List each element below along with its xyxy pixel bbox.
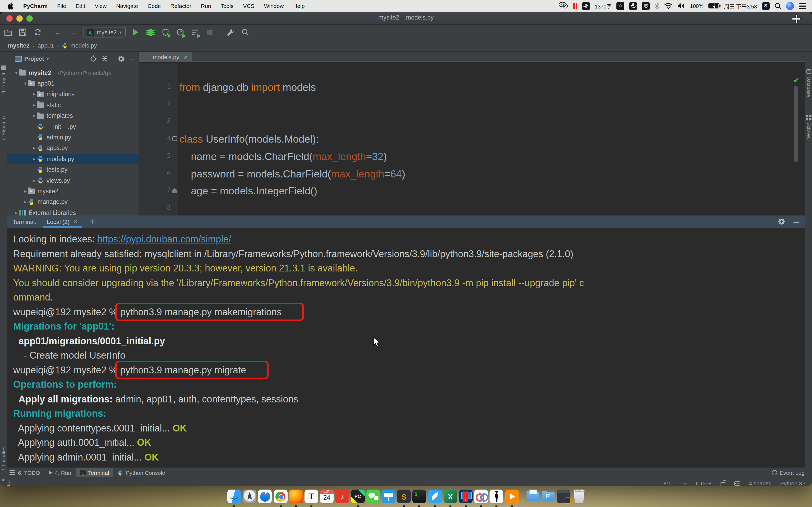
dock-icon-orangetv[interactable] (505, 490, 519, 503)
siri-icon[interactable] (786, 2, 794, 10)
title-bar[interactable]: mysite2 – models.py (0, 12, 812, 25)
dock-icon-calendar[interactable]: 11月24 (320, 490, 334, 503)
dock-icon-safari[interactable] (258, 490, 272, 503)
toolwindow-button-sciview[interactable]: SciView (806, 122, 811, 139)
tree-item-admin-py[interactable]: admin.py (7, 132, 139, 143)
sync-icon[interactable] (33, 27, 42, 37)
dock-icon-chrome[interactable] (273, 490, 287, 503)
database-toolwindow-icon[interactable] (806, 69, 811, 74)
collapse-all-icon[interactable] (101, 55, 108, 62)
recording-indicator-icon[interactable] (573, 3, 577, 9)
toolwindow-button-terminal[interactable]: >_Terminal (75, 468, 113, 477)
bird-app-icon[interactable] (582, 2, 590, 10)
breadcrumb-item-models.py[interactable]: models.py (62, 42, 97, 48)
minimize-panel-icon[interactable]: — (794, 218, 799, 225)
menu-window[interactable]: Window (259, 0, 289, 12)
tree-item-mysite2[interactable]: ▾mysite2~/PycharmProjects/gx (7, 67, 139, 78)
hide-panel-icon[interactable]: — (130, 55, 135, 62)
tab-close-icon[interactable]: ✕ (184, 54, 188, 60)
menu-help[interactable]: Help (288, 0, 309, 12)
tree-item--init-py[interactable]: __init__.py (7, 121, 139, 132)
terminal-tab-local[interactable]: Local (2) ✕ (45, 216, 80, 228)
dock-icon-excel[interactable]: X (444, 490, 457, 503)
tree-item-templates[interactable]: ▸templates (7, 110, 139, 121)
menu-refactor[interactable]: Refactor (166, 0, 196, 12)
tree-chevron-icon[interactable]: ▸ (23, 188, 28, 194)
menu-clock[interactable]: 周三 下午3:53 (724, 2, 757, 10)
tree-item-apps-py[interactable]: ▸apps.py (7, 143, 139, 154)
tree-item-app01[interactable]: ▾app01 (7, 78, 139, 89)
tree-chevron-icon[interactable]: ▾ (23, 81, 28, 86)
menu-pycharm[interactable]: PyCharm (18, 0, 52, 12)
volume-icon[interactable] (677, 3, 685, 9)
terminal-link[interactable]: https://pypi.douban.com/simple/ (97, 234, 231, 244)
save-all-icon[interactable] (18, 27, 28, 37)
dock-icon-wechat[interactable] (366, 490, 380, 503)
run-button[interactable] (131, 27, 141, 37)
menu-run[interactable]: Run (196, 0, 216, 12)
tree-chevron-icon[interactable]: ▾ (14, 70, 19, 75)
menu-view[interactable]: View (90, 0, 111, 12)
dock-icon-launchpad[interactable] (243, 490, 256, 503)
dock-icon-trash[interactable] (572, 490, 586, 503)
stop-button[interactable] (205, 27, 215, 37)
wifi-icon[interactable] (664, 3, 672, 9)
dock-icon-pycharm[interactable]: PC (351, 490, 364, 503)
readonly-lock-icon[interactable] (720, 482, 725, 486)
tree-item-static[interactable]: ▸static (7, 100, 139, 110)
dock-icon-keynote[interactable] (382, 490, 395, 503)
plus-icon[interactable] (793, 15, 800, 23)
dock-icon-dingtalk[interactable] (428, 490, 442, 503)
toolwindow-button-project[interactable]: 1: Project (1, 73, 6, 93)
dock-icon-sublime[interactable]: S (397, 490, 411, 503)
open-file-icon[interactable] (3, 27, 13, 37)
back-icon[interactable]: ← (53, 27, 63, 37)
breadcrumb-item-mysite2[interactable]: mysite2 (8, 42, 30, 48)
tree-chevron-icon[interactable]: ▸ (32, 156, 37, 161)
event-log-button[interactable]: Event Log (771, 469, 805, 475)
forward-icon[interactable]: → (68, 27, 78, 37)
locate-file-icon[interactable] (90, 55, 97, 62)
file-encoding[interactable]: UTF-8 (696, 480, 712, 486)
indent-setting[interactable]: 4 spaces (749, 480, 771, 486)
toolwindow-button-python-console[interactable]: Python Console (113, 468, 169, 477)
dock-icon-firefox[interactable] (289, 490, 303, 503)
apple-menu-icon[interactable] (7, 2, 14, 10)
dock-icon-folderwin[interactable] (541, 490, 555, 503)
dock-icon-tieapp[interactable] (490, 490, 504, 503)
project-toolwindow-icon[interactable] (1, 65, 6, 70)
inspections-ok-icon[interactable]: ✔ (793, 76, 799, 84)
python-interpreter[interactable]: Python 3.9 (780, 480, 807, 486)
dock-icon-netease[interactable]: ♪ (336, 490, 349, 503)
editor-scrollbar[interactable] (794, 86, 798, 162)
panel-settings-gear-icon[interactable] (118, 55, 125, 62)
tree-chevron-icon[interactable]: ▸ (32, 102, 37, 108)
wrench-icon[interactable] (226, 27, 235, 37)
toolwindow-button-database[interactable]: Database (806, 76, 811, 97)
dock-icon-syncapp[interactable] (474, 490, 488, 503)
menu-vcs[interactable]: VCS (238, 0, 259, 12)
favorites-star-icon[interactable]: ★ (1, 477, 6, 483)
toolwindow-button-6-todo[interactable]: 6: TODO (5, 468, 44, 477)
spotlight-search-icon[interactable] (774, 2, 781, 9)
bluetooth-icon[interactable] (654, 2, 659, 9)
caret-position[interactable]: 8:1 (663, 480, 671, 486)
tree-item-tests-py[interactable]: tests.py (7, 164, 139, 175)
tree-chevron-icon[interactable]: ▸ (14, 210, 19, 215)
search-everywhere-icon[interactable] (241, 27, 250, 37)
tree-item-mysite2[interactable]: ▸mysite2 (7, 186, 139, 196)
menu-file[interactable]: File (52, 0, 71, 12)
dock-icon-windowthumb[interactable] (557, 490, 570, 503)
dock-icon-terminal[interactable]: $_ (413, 490, 426, 503)
run-with-coverage-icon[interactable] (161, 27, 170, 37)
toolwindow-button-4-run[interactable]: 4: Run (44, 468, 75, 477)
tree-chevron-icon[interactable]: ▸ (32, 92, 37, 97)
sogou-icon[interactable]: S (762, 2, 770, 10)
menu-edit[interactable]: Edit (71, 0, 90, 12)
tree-item-migrations[interactable]: ▸migrations (7, 89, 139, 100)
circles-app-icon[interactable] (559, 2, 568, 9)
editor-tab-models-py[interactable]: models.py ✕ (139, 52, 192, 62)
debug-button[interactable] (146, 27, 155, 37)
tree-chevron-icon[interactable]: ▸ (23, 200, 28, 205)
fold-minus-icon[interactable] (172, 136, 177, 141)
